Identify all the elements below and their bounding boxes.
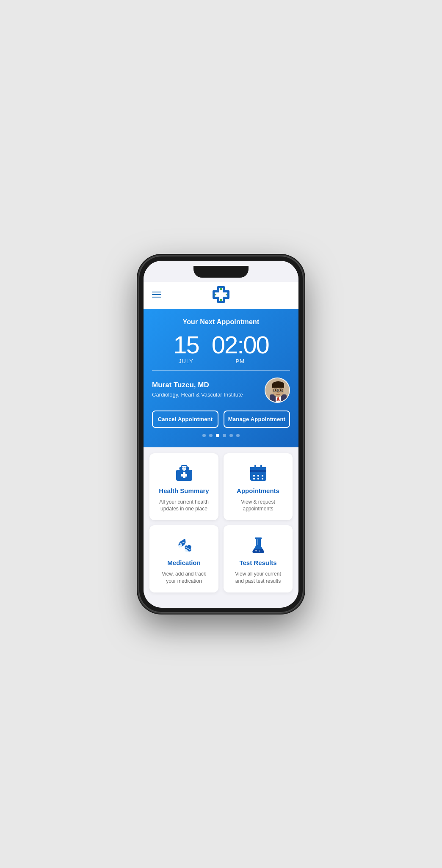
- health-summary-card[interactable]: Health Summary All your current health u…: [149, 453, 218, 521]
- medication-card[interactable]: Medication View, add and track your medi…: [149, 525, 218, 592]
- test-results-icon: [248, 535, 268, 555]
- app-header: [144, 282, 298, 309]
- health-summary-desc: All your current health updates in one p…: [156, 499, 212, 513]
- appointment-card: Your Next Appointment 15 JULY 02:00 PM: [144, 309, 298, 447]
- logo: [212, 285, 230, 304]
- svg-rect-7: [220, 299, 222, 301]
- action-buttons: Cancel Appointment Manage Appointment: [152, 411, 290, 428]
- svg-rect-8: [215, 294, 216, 295]
- appointment-month: JULY: [173, 358, 199, 364]
- calendar-svg: [249, 463, 268, 482]
- medication-title: Medication: [167, 559, 200, 566]
- dot-3[interactable]: [216, 434, 219, 437]
- phone-screen: Your Next Appointment 15 JULY 02:00 PM: [144, 261, 298, 608]
- dot-2[interactable]: [209, 434, 213, 437]
- doctor-specialty: Cardiology, Heart & Vascular Institute: [152, 391, 260, 399]
- test-results-title: Test Results: [239, 559, 276, 566]
- svg-rect-35: [253, 478, 255, 479]
- time-block: 02:00 PM: [212, 333, 269, 364]
- doctor-info: Murat Tuzcu, MD Cardiology, Heart & Vasc…: [152, 381, 260, 399]
- svg-rect-37: [262, 478, 263, 479]
- appointments-card[interactable]: Appointments View & request appointments: [224, 453, 293, 521]
- notch: [193, 266, 249, 278]
- svg-point-17: [275, 389, 276, 391]
- svg-rect-5: [215, 292, 227, 297]
- test-results-desc: View all your current and past test resu…: [230, 570, 286, 585]
- carousel-dots: [152, 428, 290, 439]
- briefcase-medical-svg: [174, 463, 194, 482]
- pills-svg: [174, 535, 194, 554]
- dot-1[interactable]: [202, 434, 206, 437]
- dot-5[interactable]: [229, 434, 233, 437]
- svg-rect-16: [272, 384, 284, 388]
- appointment-day: 15: [173, 333, 199, 357]
- dot-6[interactable]: [236, 434, 240, 437]
- svg-point-47: [255, 550, 257, 551]
- svg-rect-49: [257, 539, 258, 545]
- svg-rect-33: [257, 475, 259, 477]
- svg-rect-30: [254, 465, 256, 470]
- svg-rect-32: [253, 475, 255, 477]
- svg-point-18: [280, 389, 282, 391]
- svg-point-48: [259, 551, 260, 552]
- cancel-appointment-button[interactable]: Cancel Appointment: [152, 411, 218, 428]
- phone-mockup: Your Next Appointment 15 JULY 02:00 PM: [138, 256, 304, 613]
- menu-button[interactable]: [152, 292, 161, 298]
- svg-rect-34: [262, 475, 263, 477]
- medication-icon: [174, 535, 194, 555]
- appointments-desc: View & request appointments: [230, 499, 286, 513]
- divider: [152, 370, 290, 371]
- date-time-row: 15 JULY 02:00 PM: [152, 333, 290, 364]
- quick-actions-grid: Health Summary All your current health u…: [144, 447, 298, 598]
- appointments-icon: [248, 463, 268, 483]
- date-block: 15 JULY: [173, 333, 199, 364]
- doctor-name: Murat Tuzcu, MD: [152, 381, 260, 389]
- dot-4[interactable]: [223, 434, 226, 437]
- medication-desc: View, add and track your medication: [156, 570, 212, 585]
- logo-svg: [212, 285, 230, 304]
- svg-rect-6: [220, 288, 222, 290]
- appointment-title: Your Next Appointment: [152, 318, 290, 326]
- doctor-avatar: [265, 378, 290, 403]
- app-content: Your Next Appointment 15 JULY 02:00 PM: [144, 261, 298, 608]
- svg-rect-46: [255, 537, 262, 539]
- svg-point-22: [277, 391, 279, 393]
- svg-rect-36: [257, 478, 259, 479]
- svg-rect-31: [260, 465, 262, 470]
- phone-frame: Your Next Appointment 15 JULY 02:00 PM: [138, 256, 304, 613]
- manage-appointment-button[interactable]: Manage Appointment: [224, 411, 290, 428]
- svg-rect-29: [250, 470, 266, 472]
- appointment-period: PM: [212, 358, 269, 364]
- svg-rect-26: [181, 474, 187, 477]
- doctor-avatar-svg: [265, 378, 290, 403]
- flask-svg: [249, 535, 268, 554]
- appointments-title: Appointments: [237, 487, 279, 494]
- health-summary-title: Health Summary: [159, 487, 209, 494]
- doctor-row: Murat Tuzcu, MD Cardiology, Heart & Vasc…: [152, 378, 290, 403]
- svg-rect-9: [226, 294, 227, 295]
- test-results-card[interactable]: Test Results View all your current and p…: [224, 525, 293, 592]
- power-button: [304, 323, 305, 349]
- appointment-time: 02:00: [212, 333, 269, 357]
- health-summary-icon: [174, 463, 194, 483]
